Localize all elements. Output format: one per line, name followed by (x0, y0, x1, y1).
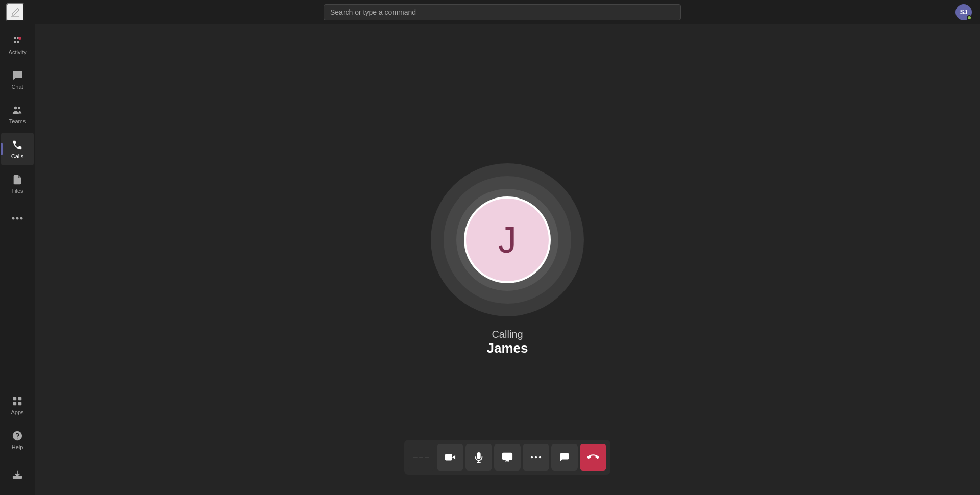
calling-container: J Calling James (431, 163, 584, 356)
help-icon (11, 430, 23, 442)
svg-rect-8 (13, 402, 16, 405)
svg-point-19 (531, 456, 533, 458)
svg-rect-7 (18, 397, 21, 400)
mute-button[interactable] (465, 444, 492, 471)
video-button[interactable] (437, 444, 463, 471)
status-indicator (967, 15, 972, 20)
search-placeholder: Search or type a command (330, 8, 416, 16)
svg-point-20 (535, 456, 537, 458)
svg-rect-9 (18, 402, 21, 405)
calling-text: Calling James (487, 329, 528, 356)
sidebar: Activity Chat Teams (0, 24, 35, 495)
call-chat-button[interactable] (551, 444, 578, 471)
main-content: J Calling James −−− (35, 24, 980, 495)
sidebar-item-download[interactable] (1, 458, 34, 491)
avatar-rings: J (431, 163, 584, 316)
svg-point-0 (18, 37, 21, 40)
apps-icon (11, 395, 23, 407)
call-controls: −−− (404, 440, 610, 475)
sidebar-item-help[interactable]: Help (1, 424, 34, 456)
teams-label: Teams (9, 118, 26, 125)
svg-point-21 (539, 456, 541, 458)
files-icon (11, 174, 23, 186)
svg-point-5 (20, 217, 23, 220)
svg-rect-6 (13, 397, 16, 400)
share-screen-button[interactable] (494, 444, 521, 471)
svg-point-11 (17, 438, 18, 439)
files-label: Files (11, 188, 23, 194)
callee-name: James (487, 340, 528, 356)
callee-avatar: J (464, 196, 551, 283)
more-options-button[interactable] (523, 444, 549, 471)
sidebar-item-calls[interactable]: Calls (1, 133, 34, 165)
more-icon (11, 212, 23, 225)
sidebar-item-more[interactable] (1, 202, 34, 235)
sidebar-item-chat[interactable]: Chat (1, 63, 34, 96)
help-label: Help (12, 444, 23, 450)
chat-icon (11, 69, 23, 82)
calls-icon (11, 139, 23, 151)
user-avatar[interactable]: SJ (955, 4, 972, 20)
svg-point-3 (12, 217, 15, 220)
svg-rect-13 (445, 454, 452, 461)
keypad-button[interactable]: −−− (408, 444, 435, 471)
search-bar[interactable]: Search or type a command (324, 4, 681, 20)
download-icon (11, 468, 23, 481)
callee-avatar-initial: J (498, 219, 517, 261)
apps-label: Apps (11, 409, 23, 415)
svg-point-4 (16, 217, 19, 220)
sidebar-item-teams[interactable]: Teams (1, 98, 34, 131)
svg-point-1 (14, 107, 17, 110)
activity-label: Activity (9, 49, 27, 55)
activity-icon (11, 35, 23, 47)
teams-icon (11, 104, 23, 116)
calls-label: Calls (11, 153, 23, 159)
svg-point-2 (18, 107, 20, 109)
sidebar-item-apps[interactable]: Apps (1, 389, 34, 422)
end-call-button[interactable] (580, 444, 606, 471)
sidebar-item-activity[interactable]: Activity (1, 29, 34, 61)
calling-label: Calling (487, 329, 528, 340)
chat-label: Chat (11, 84, 23, 90)
compose-button[interactable] (6, 3, 24, 21)
sidebar-item-files[interactable]: Files (1, 167, 34, 200)
